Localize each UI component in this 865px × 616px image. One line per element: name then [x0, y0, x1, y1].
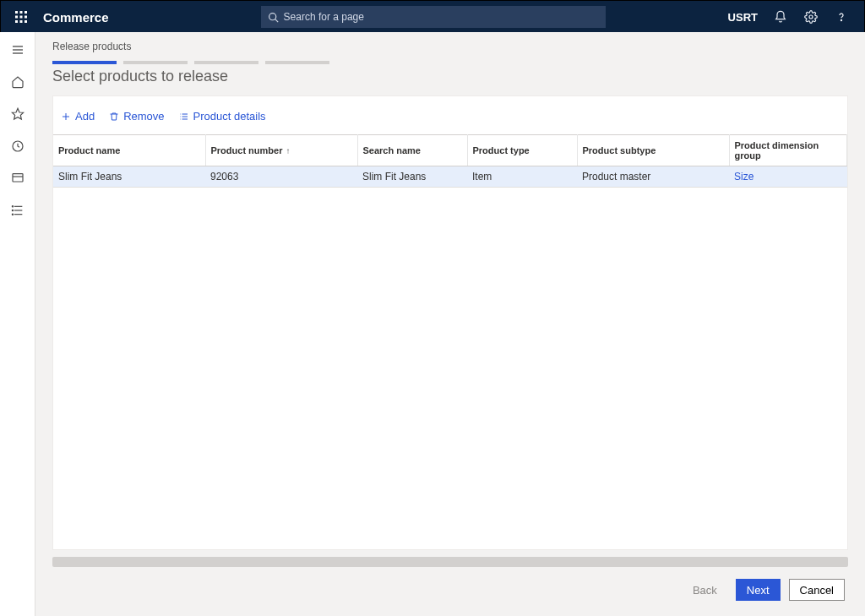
cell-product-subtype: Product master — [577, 166, 729, 188]
cancel-button[interactable]: Cancel — [789, 579, 845, 601]
recent-icon[interactable] — [10, 139, 25, 154]
products-grid: Product name Product number↑ Search name… — [53, 134, 847, 188]
svg-point-24 — [12, 210, 13, 210]
col-product-type[interactable]: Product type — [467, 135, 577, 166]
grid-toolbar: Add Remove Product details — [53, 96, 847, 134]
add-button[interactable]: Add — [60, 110, 95, 123]
svg-rect-0 — [15, 11, 18, 14]
col-product-name[interactable]: Product name — [53, 135, 205, 166]
search-input[interactable] — [284, 11, 599, 23]
legal-entity[interactable]: USRT — [728, 11, 758, 24]
back-button: Back — [683, 579, 727, 601]
col-search-name[interactable]: Search name — [357, 135, 467, 166]
global-search[interactable] — [261, 6, 606, 28]
app-launcher-icon[interactable] — [8, 3, 35, 30]
brand-title: Commerce — [43, 10, 109, 25]
cell-product-number: 92063 — [205, 166, 357, 188]
remove-label: Remove — [123, 110, 164, 123]
svg-point-23 — [12, 206, 13, 207]
help-icon[interactable] — [834, 9, 849, 25]
svg-rect-8 — [24, 20, 27, 23]
page-title: Select products to release — [35, 66, 865, 95]
main-content: Release products Select products to rele… — [35, 32, 865, 616]
svg-point-25 — [12, 214, 13, 215]
plus-icon — [60, 111, 72, 123]
search-icon — [268, 12, 279, 23]
svg-rect-2 — [24, 11, 27, 14]
wizard-step-1 — [52, 61, 117, 64]
workspaces-icon[interactable] — [10, 171, 25, 186]
trash-icon — [108, 111, 120, 123]
cell-dimension-group[interactable]: Size — [729, 166, 847, 188]
svg-rect-3 — [15, 16, 18, 19]
cell-search-name: Slim Fit Jeans — [357, 166, 467, 188]
modules-icon[interactable] — [10, 203, 25, 218]
sort-asc-icon: ↑ — [286, 146, 290, 155]
svg-rect-1 — [20, 11, 23, 14]
svg-marker-16 — [12, 108, 23, 119]
top-bar: Commerce USRT — [1, 1, 864, 33]
favorites-icon[interactable] — [10, 106, 25, 122]
cell-product-name: Slim Fit Jeans — [53, 166, 205, 188]
product-details-button[interactable]: Product details — [178, 110, 266, 123]
wizard-step-4 — [265, 61, 329, 64]
cell-product-type: Item — [467, 166, 577, 188]
wizard-footer: Back Next Cancel — [35, 567, 865, 616]
svg-rect-4 — [20, 16, 23, 19]
col-product-subtype[interactable]: Product subtype — [577, 135, 729, 166]
home-icon[interactable] — [10, 74, 25, 90]
settings-icon[interactable] — [803, 9, 819, 25]
col-dimension-group[interactable]: Product dimension group — [729, 135, 847, 166]
next-button[interactable]: Next — [736, 579, 781, 601]
hamburger-icon[interactable] — [10, 42, 25, 57]
add-label: Add — [75, 110, 95, 123]
breadcrumb: Release products — [35, 32, 865, 56]
horizontal-scrollbar[interactable] — [52, 557, 848, 567]
svg-rect-7 — [20, 20, 23, 23]
details-label: Product details — [193, 110, 266, 123]
svg-rect-18 — [13, 174, 23, 182]
wizard-progress — [35, 56, 865, 66]
svg-rect-6 — [15, 20, 18, 23]
left-nav-rail — [0, 32, 35, 616]
list-icon — [178, 111, 190, 123]
svg-rect-5 — [24, 16, 27, 19]
wizard-step-2 — [123, 61, 188, 64]
products-panel: Add Remove Product details Product name … — [52, 95, 848, 550]
wizard-step-3 — [194, 61, 258, 64]
remove-button[interactable]: Remove — [108, 110, 164, 123]
table-row[interactable]: Slim Fit Jeans 92063 Slim Fit Jeans Item… — [53, 166, 847, 188]
col-product-number[interactable]: Product number↑ — [205, 135, 357, 166]
svg-point-9 — [269, 13, 275, 19]
top-right-actions: USRT — [728, 9, 857, 25]
svg-point-12 — [841, 19, 841, 20]
svg-point-11 — [809, 15, 813, 19]
svg-line-10 — [275, 19, 277, 21]
notifications-icon[interactable] — [773, 9, 788, 25]
